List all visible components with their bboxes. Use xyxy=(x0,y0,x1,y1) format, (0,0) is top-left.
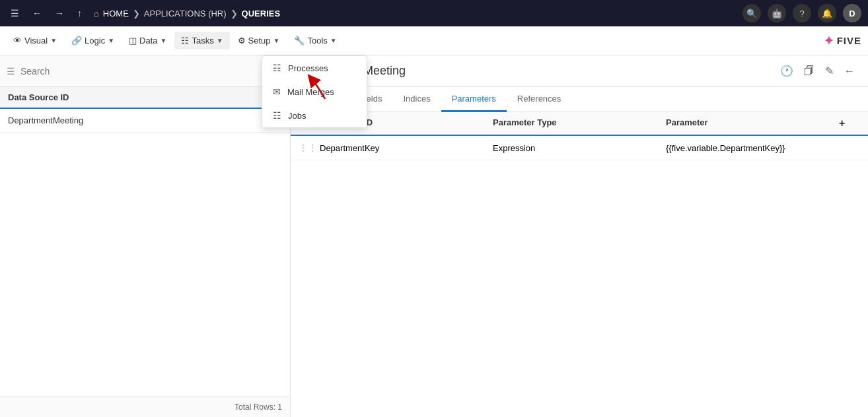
visual-chevron: ▼ xyxy=(50,37,57,44)
parameters-table: Parameter ID Parameter Type Parameter + … xyxy=(291,112,868,417)
data-menu-button[interactable]: ◫ Data ▼ xyxy=(122,32,173,49)
jobs-icon: ☷ xyxy=(273,110,281,121)
content-header: DepartmentMeeting 🕐 🗍 ✎ ← xyxy=(291,55,868,87)
setup-menu-button[interactable]: ⚙ Setup ▼ xyxy=(231,32,287,49)
mail-merges-menu-item[interactable]: ✉ Mail Merges xyxy=(262,80,367,104)
logo-star: ✦ xyxy=(824,34,834,48)
gear-icon: ⚙ xyxy=(238,36,246,46)
content-title: DepartmentMeeting xyxy=(301,64,778,78)
parameter-header: Parameter xyxy=(666,117,839,129)
wrench-icon: 🔧 xyxy=(294,36,305,46)
user-avatar[interactable]: D xyxy=(843,4,861,22)
search-nav-icon[interactable]: 🔍 xyxy=(742,4,761,22)
processes-menu-item[interactable]: ☷ Processes xyxy=(262,56,367,80)
tasks-menu-button[interactable]: ☷ Tasks ▼ xyxy=(174,32,229,49)
content-area: DepartmentMeeting 🕐 🗍 ✎ ← Events Fields … xyxy=(291,55,868,417)
parameter-type-header: Parameter Type xyxy=(493,117,666,129)
sidebar-footer: Total Rows: 1 xyxy=(0,397,290,417)
robot-icon[interactable]: 🤖 xyxy=(768,4,786,22)
breadcrumb-sep2: ❯ xyxy=(231,9,238,18)
table-header: Parameter ID Parameter Type Parameter + xyxy=(291,112,868,136)
table-row[interactable]: ⋮⋮ DepartmentKey Expression {{five.varia… xyxy=(291,136,868,160)
jobs-menu-item[interactable]: ☷ Jobs xyxy=(262,104,367,127)
nav-right-icons: 🔍 🤖 ? 🔔 D xyxy=(742,4,861,22)
tab-indices[interactable]: Indices xyxy=(392,87,441,112)
history-icon[interactable]: 🕐 xyxy=(778,62,796,80)
toolbar: 👁 Visual ▼ 🔗 Logic ▼ ◫ Data ▼ ☷ Tasks ▼ … xyxy=(0,26,868,55)
breadcrumb-sep1: ❯ xyxy=(133,9,140,18)
back-nav-icon[interactable]: ← xyxy=(842,63,857,80)
tasks-chevron: ▼ xyxy=(217,37,223,44)
logic-icon: 🔗 xyxy=(71,36,82,46)
home-icon: ⌂ xyxy=(94,9,99,18)
hamburger-menu-button[interactable]: ☰ xyxy=(7,5,23,21)
main-container: ☰ 🔍 Data Source ID DepartmentMeeting Tot… xyxy=(0,55,868,417)
tasks-icon: ☷ xyxy=(181,36,189,46)
search-bar: ☰ 🔍 xyxy=(0,55,290,87)
tab-parameters[interactable]: Parameters xyxy=(441,87,507,112)
search-input[interactable] xyxy=(20,66,272,77)
filter-icon: ☰ xyxy=(7,66,15,77)
tools-chevron: ▼ xyxy=(330,37,337,44)
parameter-id-cell: DepartmentKey xyxy=(320,143,493,153)
sidebar-row-departmentmeeting[interactable]: DepartmentMeeting xyxy=(0,109,290,133)
add-col-header[interactable]: + xyxy=(839,117,860,129)
table-icon: ◫ xyxy=(129,36,137,46)
forward-button[interactable]: → xyxy=(51,5,68,21)
parameter-value-cell: {{five.variable.DepartmentKey}} xyxy=(666,143,839,153)
up-button[interactable]: ↑ xyxy=(73,5,86,21)
tasks-dropdown: ☷ Processes ✉ Mail Merges ☷ Jobs xyxy=(262,55,367,128)
copy-icon[interactable]: 🗍 xyxy=(801,63,817,80)
logic-menu-button[interactable]: 🔗 Logic ▼ xyxy=(65,32,121,49)
notification-icon[interactable]: 🔔 xyxy=(818,4,836,22)
logic-chevron: ▼ xyxy=(108,37,114,44)
tools-menu-button[interactable]: 🔧 Tools ▼ xyxy=(287,32,343,49)
eye-icon: 👁 xyxy=(13,36,22,46)
header-actions: 🕐 🗍 ✎ ← xyxy=(778,62,857,80)
processes-icon: ☷ xyxy=(273,63,281,73)
breadcrumb: ⌂ HOME ❯ APPLICATIONS (HR) ❯ QUERIES xyxy=(94,9,280,18)
help-icon[interactable]: ? xyxy=(793,4,811,22)
setup-chevron: ▼ xyxy=(273,37,280,44)
data-chevron: ▼ xyxy=(161,37,167,44)
tab-references[interactable]: References xyxy=(507,87,571,112)
row-drag-handle[interactable]: ⋮⋮ xyxy=(299,143,320,153)
app-link[interactable]: APPLICATIONS (HR) xyxy=(144,9,227,18)
home-link[interactable]: HOME xyxy=(103,9,129,18)
visual-menu-button[interactable]: 👁 Visual ▼ xyxy=(7,32,63,49)
edit-icon[interactable]: ✎ xyxy=(822,62,836,80)
tabs-bar: Events Fields Indices Parameters Referen… xyxy=(291,87,868,112)
five-logo: ✦ FIVE xyxy=(824,34,861,48)
back-button[interactable]: ← xyxy=(28,5,46,21)
top-nav: ☰ ← → ↑ ⌂ HOME ❯ APPLICATIONS (HR) ❯ QUE… xyxy=(0,0,868,26)
mail-icon: ✉ xyxy=(273,86,281,97)
parameter-type-cell: Expression xyxy=(493,143,666,153)
sidebar: ☰ 🔍 Data Source ID DepartmentMeeting Tot… xyxy=(0,55,291,417)
sidebar-column-header: Data Source ID xyxy=(0,87,290,109)
queries-link[interactable]: QUERIES xyxy=(242,9,281,18)
